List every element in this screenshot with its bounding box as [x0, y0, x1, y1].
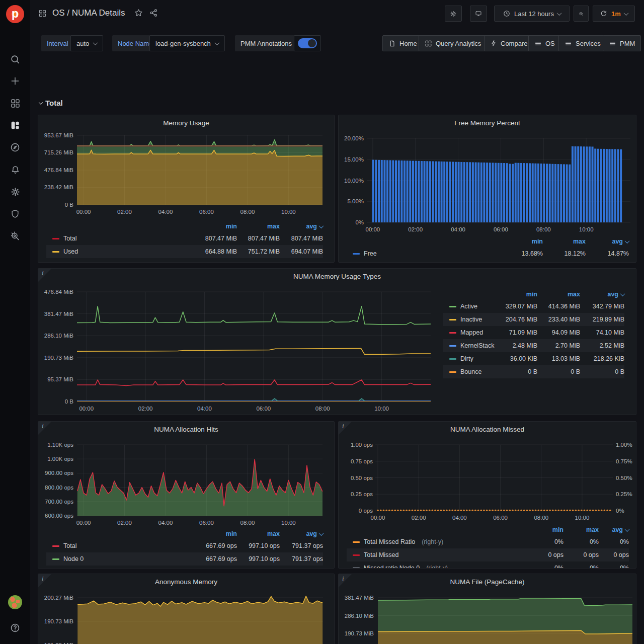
legend-col-min[interactable]: min [194, 223, 237, 230]
bar [532, 164, 534, 222]
bar [392, 160, 394, 222]
share-icon[interactable] [149, 8, 158, 18]
legend-series-label[interactable]: Node 0 [46, 555, 194, 562]
y-axis-tick: 0% [355, 219, 364, 225]
zoom-out-button[interactable] [574, 6, 589, 22]
legend-value: 218.26 KiB [580, 355, 624, 362]
x-axis-tick: 04:00 [158, 520, 173, 526]
bar [483, 163, 485, 222]
section-total-header[interactable]: Total [39, 99, 63, 107]
legend-col-min[interactable]: min [500, 238, 543, 245]
series-inactive-line [77, 348, 431, 354]
panel-anonymous-memory: i Anonymous Memory 200.27 MiB190.73 MiB1… [38, 574, 335, 644]
legend-col-max[interactable]: max [564, 526, 599, 533]
add-icon[interactable] [5, 71, 25, 91]
bar [438, 162, 440, 222]
legend-row: Total807.47 MiB807.47 MiB807.47 MiB [46, 232, 323, 245]
x-axis-tick: 06:00 [256, 406, 271, 412]
percona-logo[interactable]: p [6, 5, 24, 23]
explore-compass-icon[interactable] [5, 137, 25, 157]
alerting-bell-icon[interactable] [5, 159, 25, 180]
legend-col-max[interactable]: max [543, 238, 586, 245]
legend-series-label[interactable]: Total Missed [347, 551, 528, 558]
legend-col-min[interactable]: min [194, 530, 237, 537]
bar [529, 163, 531, 222]
legend-col-avg[interactable]: avg [280, 530, 323, 537]
configuration-gear-icon[interactable] [5, 182, 25, 202]
legend-col-avg[interactable]: avg [280, 223, 323, 230]
query-analytics-link-button[interactable]: Query Analytics [419, 35, 487, 51]
legend-series-label[interactable]: Free [347, 250, 500, 257]
os-link-button[interactable]: OS [528, 35, 561, 51]
bar [443, 162, 445, 222]
legend-series-label[interactable]: Inactive [443, 316, 495, 323]
legend-row: Free110.58 MiB141.85 MiB113.41 MiB [46, 258, 323, 263]
legend-value: 807.47 MiB [237, 235, 280, 242]
legend-series-label[interactable]: Missed ratio Node 0(right-y) [347, 565, 528, 569]
legend-series-label[interactable]: Free [46, 261, 194, 263]
series-mapped-line [77, 380, 431, 386]
legend-series-label[interactable]: Used [46, 248, 194, 255]
help-icon[interactable] [5, 618, 25, 638]
search-icon[interactable] [5, 49, 25, 69]
server-admin-shield-icon[interactable] [5, 204, 25, 224]
list-icon [609, 40, 616, 47]
compare-link-button[interactable]: Compare [484, 35, 533, 51]
x-axis-tick: 08:00 [536, 226, 551, 232]
bar [620, 149, 622, 222]
chevron-down-icon [214, 40, 219, 45]
tv-kiosk-button[interactable] [470, 6, 487, 22]
home-link-button[interactable]: Home [382, 35, 423, 51]
interval-select[interactable]: auto [70, 35, 103, 51]
settings-gear-button[interactable] [445, 6, 462, 22]
legend-col-max[interactable]: max [237, 223, 280, 230]
legend-series-label[interactable]: Active [443, 303, 495, 310]
legend-col-max[interactable]: max [537, 291, 580, 298]
dashboards-grid-icon[interactable] [5, 93, 25, 113]
grid-icon [425, 40, 432, 47]
panel-memory-usage: Memory Usage 953.67 MiB715.26 MiB476.84 … [38, 115, 335, 263]
legend-col-avg[interactable]: avg [586, 238, 629, 245]
avatar[interactable] [8, 595, 22, 609]
pmm-annotations-toggle[interactable] [294, 35, 321, 51]
bar [463, 162, 465, 222]
numa-file-pagecache-chart[interactable]: 381.47 MiB286.10 MiB190.73 MiB [339, 574, 636, 644]
bar [520, 163, 522, 222]
advisors-magnifier-icon[interactable] [5, 226, 25, 246]
time-range-picker[interactable]: Last 12 hours [494, 6, 570, 22]
bar [469, 162, 471, 222]
legend: minmaxavgActive329.07 MiB414.36 MiB342.7… [443, 289, 624, 378]
legend-series-label[interactable]: Mapped [443, 329, 495, 336]
series-color-swatch [353, 568, 360, 569]
list-icon [534, 40, 542, 47]
legend-col-avg[interactable]: avg [580, 291, 624, 298]
legend-col-min[interactable]: min [528, 526, 564, 533]
refresh-button[interactable]: 1m [593, 6, 635, 22]
x-axis-tick: 02:00 [138, 406, 153, 412]
legend-col-min[interactable]: min [495, 291, 537, 298]
bar [586, 146, 588, 222]
x-axis-tick: 04:00 [197, 406, 212, 412]
services-link-button[interactable]: Services [558, 35, 607, 51]
series-color-swatch [353, 541, 360, 543]
pmm-link-button[interactable]: PMM [603, 35, 641, 51]
legend-series-label[interactable]: KernelStack [443, 342, 495, 349]
star-icon[interactable] [134, 8, 143, 18]
dashboard-grid-icon[interactable] [38, 9, 47, 18]
bar [503, 163, 505, 222]
pmm-dashboards-icon[interactable] [5, 115, 25, 135]
legend-series-label[interactable]: Dirty [443, 355, 495, 362]
legend-col-max[interactable]: max [237, 530, 280, 537]
bar [614, 149, 616, 222]
sort-chevron-icon [319, 223, 324, 228]
y-axis-tick: 381.47 MiB [44, 311, 74, 317]
legend-series-label[interactable]: Total Missed Ratio(right-y) [347, 538, 528, 545]
legend-series-label[interactable]: Total [46, 542, 194, 549]
series-color-swatch [449, 371, 456, 373]
node-name-select[interactable]: load-gen-sysbench [149, 35, 225, 51]
anonymous-memory-chart[interactable]: 200.27 MiB190.73 MiB181.20 MiB [38, 574, 335, 644]
legend-col-avg[interactable]: avg [599, 526, 629, 533]
legend-series-label[interactable]: Total [46, 235, 194, 242]
legend-series-label[interactable]: Bounce [443, 368, 495, 375]
bar [458, 162, 460, 222]
